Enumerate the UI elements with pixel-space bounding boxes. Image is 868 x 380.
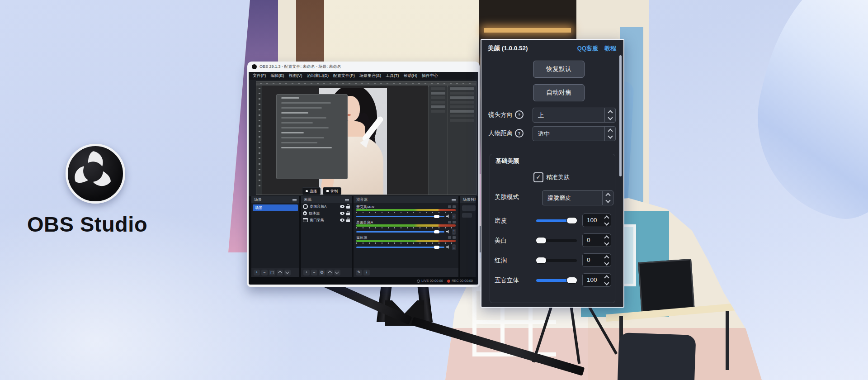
speaker-icon[interactable]: [446, 214, 450, 218]
slider-handle[interactable]: [567, 218, 577, 223]
ruddy-slider[interactable]: [536, 259, 577, 262]
person-distance-dropdown[interactable]: 适中: [533, 126, 616, 141]
dropdown-spinner-icons[interactable]: [602, 191, 613, 205]
smoothing-slider[interactable]: [536, 219, 577, 222]
transitions-dock-title: 场景转场: [463, 197, 476, 203]
sources-dock-title: 来源: [304, 197, 311, 203]
panel-row: [431, 87, 445, 90]
number-spinner-icons[interactable]: [603, 234, 611, 247]
window-capture-icon: [303, 218, 308, 222]
volume-slider-handle[interactable]: [434, 246, 439, 249]
skin-mode-dropdown[interactable]: 朦胧磨皮: [542, 190, 613, 205]
sources-dock-menu-icon[interactable]: [345, 199, 349, 201]
menu-file[interactable]: 文件(F): [253, 73, 266, 79]
menu-scene-collection[interactable]: 场景集合(S): [359, 73, 381, 79]
mixer-channel: 媒体源 ⋮: [356, 235, 456, 249]
face-3d-slider[interactable]: [536, 279, 577, 282]
visibility-eye-icon[interactable]: [340, 218, 344, 222]
dialog-line: [281, 147, 332, 148]
ruddy-value-box[interactable]: 0: [582, 253, 611, 267]
source-properties-button[interactable]: ⚙: [319, 270, 325, 276]
whitening-slider[interactable]: [536, 239, 577, 242]
tutorial-link[interactable]: 教程: [604, 44, 616, 52]
mixer-channel-icons[interactable]: [448, 236, 456, 239]
source-item[interactable]: 窗口采集: [301, 217, 352, 223]
menu-profile[interactable]: 配置文件(P): [333, 73, 355, 79]
restore-default-button[interactable]: 恢复默认: [533, 61, 585, 78]
scene-move-down-button[interactable]: [284, 270, 291, 276]
add-scene-button[interactable]: +: [254, 270, 260, 276]
add-source-button[interactable]: +: [303, 270, 310, 276]
mixer-dock-menu-icon[interactable]: [452, 199, 456, 201]
speaker-icon[interactable]: [446, 230, 450, 234]
volume-slider-handle[interactable]: [434, 230, 439, 233]
channel-options-kebab[interactable]: ⋮: [452, 214, 456, 219]
qq-support-link[interactable]: QQ客服: [577, 44, 598, 52]
transition-duration-box[interactable]: [462, 213, 472, 218]
menu-tools[interactable]: 工具(T): [386, 73, 399, 79]
source-item[interactable]: 媒体源: [301, 210, 352, 217]
number-spinner-icons[interactable]: [603, 214, 611, 227]
audio-level-meter: [356, 240, 456, 242]
slider-handle[interactable]: [567, 277, 577, 283]
face-3d-value-box[interactable]: 100: [582, 273, 611, 287]
rec-status-icon: [447, 280, 450, 283]
visibility-eye-icon[interactable]: [340, 212, 344, 215]
scene-item-selected[interactable]: 场景: [253, 204, 298, 211]
skin-mode-label: 美肤模式: [495, 193, 519, 201]
speaker-icon[interactable]: [446, 245, 450, 249]
menu-docks[interactable]: 泊坞窗口(D): [307, 73, 329, 79]
lock-icon[interactable]: [346, 213, 350, 215]
volume-slider[interactable]: [356, 247, 444, 248]
mixer-kebab-button[interactable]: ⋮: [363, 270, 370, 276]
mixer-channel-icons[interactable]: [448, 221, 456, 223]
slider-handle[interactable]: [536, 238, 546, 243]
whitening-value-box[interactable]: 0: [582, 233, 611, 247]
dropdown-spinner-icons[interactable]: [604, 127, 615, 141]
menu-plugin-center[interactable]: 插件中心: [422, 73, 438, 79]
menu-help[interactable]: 帮助(H): [404, 73, 418, 79]
mixer-settings-button[interactable]: ✎: [356, 270, 362, 276]
source-move-up-button[interactable]: [326, 270, 333, 276]
volume-slider[interactable]: [356, 231, 444, 233]
basic-beauty-group: 基础美颜 ✓ 精准美肤 美肤模式 朦胧磨皮 磨皮 100: [490, 154, 615, 303]
layers-row: [450, 110, 474, 113]
remove-source-button[interactable]: −: [311, 270, 317, 276]
precise-skin-checkbox[interactable]: ✓: [533, 172, 543, 182]
lock-icon[interactable]: [346, 219, 350, 222]
scene-filters-button[interactable]: ▢: [269, 270, 275, 276]
layers-row: [450, 96, 474, 99]
menu-view[interactable]: 视图(V): [289, 73, 302, 79]
camera-direction-dropdown[interactable]: 上: [533, 108, 616, 123]
remove-scene-button[interactable]: −: [261, 270, 268, 276]
mixer-channel-icons[interactable]: [448, 205, 456, 208]
help-icon[interactable]: ?: [515, 129, 524, 138]
volume-slider-handle[interactable]: [434, 215, 439, 218]
help-icon[interactable]: ?: [515, 110, 524, 119]
auto-focus-button[interactable]: 自动对焦: [533, 84, 585, 101]
source-item[interactable]: 桌面音频A: [301, 203, 352, 210]
volume-slider[interactable]: [356, 216, 444, 217]
mixer-channel-name: 媒体源: [356, 235, 367, 240]
dropdown-spinner-icons[interactable]: [604, 108, 615, 122]
channel-options-kebab[interactable]: ⋮: [452, 244, 456, 250]
lock-icon[interactable]: [346, 206, 350, 209]
record-button[interactable]: 录制: [323, 187, 341, 195]
panel-row: [431, 105, 445, 108]
number-spinner-icons[interactable]: [603, 274, 611, 286]
scene-move-up-button[interactable]: [277, 270, 283, 276]
smoothing-value-box[interactable]: 100: [582, 214, 611, 227]
obs-preview-area: 直播 录制: [249, 80, 478, 196]
scenes-dock-menu-icon[interactable]: [292, 199, 297, 201]
dialog-line: [281, 102, 331, 104]
transition-dropdown[interactable]: [462, 205, 476, 211]
slider-handle[interactable]: [536, 257, 546, 263]
live-button[interactable]: 直播: [302, 187, 321, 195]
panel-scrollbar[interactable]: [619, 55, 622, 176]
source-move-down-button[interactable]: [334, 270, 340, 276]
menu-edit[interactable]: 编辑(E): [271, 73, 284, 79]
visibility-eye-icon[interactable]: [340, 205, 344, 208]
obs-titlebar-logo-icon: [252, 64, 257, 69]
number-spinner-icons[interactable]: [603, 254, 611, 266]
channel-options-kebab[interactable]: ⋮: [452, 229, 456, 235]
